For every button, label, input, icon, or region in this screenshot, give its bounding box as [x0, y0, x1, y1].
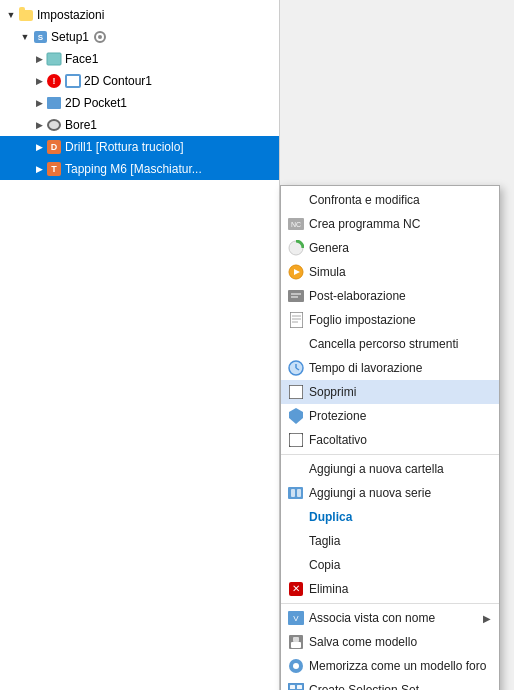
tree-item-pocket1[interactable]: ▶ 2D Pocket1 [0, 92, 279, 114]
menu-item-generate[interactable]: Genera [281, 236, 499, 260]
save-model-icon [287, 633, 305, 651]
compare-icon [287, 191, 305, 209]
menu-item-copy[interactable]: Copia [281, 553, 499, 577]
copy-icon [287, 556, 305, 574]
menu-item-create-nc[interactable]: NC Crea programma NC [281, 212, 499, 236]
svg-rect-36 [293, 637, 299, 642]
menu-item-assoc-view[interactable]: V Associa vista con nome ▶ [281, 606, 499, 630]
generate-icon [287, 239, 305, 257]
bore-model-icon [287, 657, 305, 675]
menu-label: Memorizza come un modello foro [309, 659, 486, 673]
menu-item-simulate[interactable]: Simula [281, 260, 499, 284]
drill-icon: D [46, 139, 62, 155]
expand-arrow[interactable]: ▶ [32, 162, 46, 176]
menu-item-sheet[interactable]: Foglio impostazione [281, 308, 499, 332]
tree-panel: ▼ Impostazioni ▼ S Setup1 ▶ Face1 ▶ ! 2D… [0, 0, 280, 690]
protect-icon [287, 407, 305, 425]
tree-item-tapping1[interactable]: ▶ T Tapping M6 [Maschiatur... [0, 158, 279, 180]
svg-rect-40 [290, 685, 295, 689]
svg-rect-28 [291, 489, 295, 497]
menu-label: Copia [309, 558, 340, 572]
tree-label: Drill1 [Rottura truciolo] [65, 140, 184, 154]
clear-path-icon [287, 335, 305, 353]
menu-item-protect[interactable]: Protezione [281, 404, 499, 428]
bore-icon [46, 117, 62, 133]
menu-item-bore-model[interactable]: Memorizza come un modello foro [281, 654, 499, 678]
delete-icon: ✕ [287, 580, 305, 598]
menu-item-add-folder[interactable]: Aggiungi a nuova cartella [281, 457, 499, 481]
menu-label: Cancella percorso strumenti [309, 337, 458, 351]
menu-label: Foglio impostazione [309, 313, 416, 327]
svg-text:S: S [37, 33, 43, 42]
expand-arrow[interactable]: ▶ [32, 74, 46, 88]
tree-item-face1[interactable]: ▶ Face1 [0, 48, 279, 70]
clock-icon [287, 359, 305, 377]
svg-rect-29 [297, 489, 301, 497]
contour-icon [65, 73, 81, 89]
post-icon [287, 287, 305, 305]
svg-rect-35 [291, 642, 301, 648]
expand-arrow[interactable]: ▶ [32, 140, 46, 154]
menu-label: Post-elaborazione [309, 289, 406, 303]
svg-rect-18 [290, 312, 303, 328]
svg-rect-41 [297, 685, 302, 689]
menu-label: Elimina [309, 582, 348, 596]
expand-arrow[interactable]: ▶ [32, 52, 46, 66]
folder-icon [18, 7, 34, 23]
context-menu: Confronta e modifica NC Crea programma N… [280, 185, 500, 690]
menu-item-save-model[interactable]: Salva come modello [281, 630, 499, 654]
tree-item-setup1[interactable]: ▼ S Setup1 [0, 26, 279, 48]
tree-label: Face1 [65, 52, 98, 66]
simulate-icon [287, 263, 305, 281]
assoc-icon: V [287, 609, 305, 627]
svg-rect-4 [47, 97, 61, 109]
svg-point-38 [293, 663, 299, 669]
menu-label: Crea programma NC [309, 217, 420, 231]
expand-arrow[interactable]: ▼ [18, 30, 32, 44]
menu-label: Confronta e modifica [309, 193, 420, 207]
add-folder-icon [287, 460, 305, 478]
menu-label: Taglia [309, 534, 340, 548]
menu-label: Sopprimi [309, 385, 356, 399]
menu-item-create-selection[interactable]: Create Selection Set [281, 678, 499, 690]
svg-rect-15 [288, 290, 304, 302]
sheet-icon [287, 311, 305, 329]
expand-arrow[interactable]: ▶ [32, 96, 46, 110]
tree-item-impostazioni[interactable]: ▼ Impostazioni [0, 4, 279, 26]
svg-text:D: D [51, 142, 58, 152]
svg-text:✕: ✕ [292, 583, 300, 594]
menu-item-duplicate[interactable]: Duplica [281, 505, 499, 529]
target-icon [92, 29, 108, 45]
svg-text:NC: NC [291, 221, 301, 228]
menu-item-add-series[interactable]: Aggiungi a nuova serie [281, 481, 499, 505]
setup-icon: S [32, 29, 48, 45]
tree-item-bore1[interactable]: ▶ Bore1 [0, 114, 279, 136]
menu-item-suppress[interactable]: Sopprimi [281, 380, 499, 404]
menu-separator [281, 454, 499, 455]
menu-item-compare[interactable]: Confronta e modifica [281, 188, 499, 212]
expand-arrow[interactable]: ▼ [4, 8, 18, 22]
expand-arrow[interactable]: ▶ [32, 118, 46, 132]
menu-label: Simula [309, 265, 346, 279]
tree-label: Setup1 [51, 30, 89, 44]
menu-item-time[interactable]: Tempo di lavorazione [281, 356, 499, 380]
svg-point-5 [48, 120, 60, 130]
menu-item-clear-path[interactable]: Cancella percorso strumenti [281, 332, 499, 356]
tree-label: Tapping M6 [Maschiatur... [65, 162, 202, 176]
svg-rect-3 [66, 75, 80, 87]
menu-item-delete[interactable]: ✕ Elimina [281, 577, 499, 601]
menu-label: Genera [309, 241, 349, 255]
duplicate-icon [287, 508, 305, 526]
pocket-icon [46, 95, 62, 111]
menu-item-cut[interactable]: Taglia [281, 529, 499, 553]
menu-label: Protezione [309, 409, 366, 423]
tree-item-contour1[interactable]: ▶ ! 2D Contour1 [0, 70, 279, 92]
error-icon: ! [46, 73, 62, 89]
menu-item-optional[interactable]: Facoltativo [281, 428, 499, 452]
menu-label: Facoltativo [309, 433, 367, 447]
menu-item-post[interactable]: Post-elaborazione [281, 284, 499, 308]
menu-label: Aggiungi a nuova cartella [309, 462, 444, 476]
cut-icon [287, 532, 305, 550]
tree-item-drill1[interactable]: ▶ D Drill1 [Rottura truciolo] [0, 136, 279, 158]
submenu-arrow: ▶ [483, 613, 491, 624]
